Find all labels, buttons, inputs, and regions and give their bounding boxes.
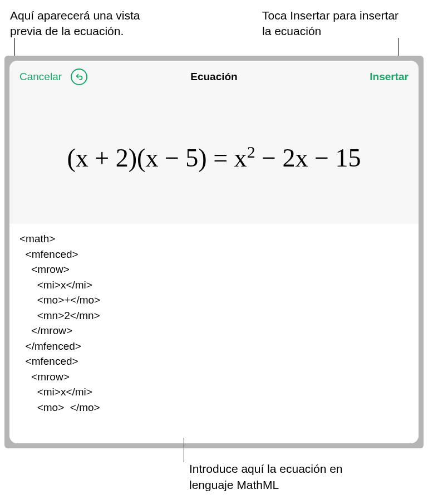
insert-button[interactable]: Insertar <box>370 71 409 83</box>
undo-icon <box>75 73 83 81</box>
callout-insert: Toca Insertar para insertar la ecuación <box>262 8 407 40</box>
callout-preview: Aquí aparecerá una vista previa de la ec… <box>10 8 166 40</box>
callout-line <box>14 38 15 58</box>
dialog-frame: Cancelar Ecuación Insertar (x + 2)(x − 5… <box>4 56 424 448</box>
dialog-header: Cancelar Ecuación Insertar <box>9 61 419 93</box>
equation-preview-area: (x + 2)(x − 5) = x2 − 2x − 15 <box>9 93 419 223</box>
callout-mathml-input: Introduce aquí la ecuación en lenguaje M… <box>189 461 367 493</box>
callout-line <box>184 438 184 462</box>
header-left-group: Cancelar <box>19 68 87 85</box>
equation-preview: (x + 2)(x − 5) = x2 − 2x − 15 <box>67 143 361 173</box>
dialog-title: Ecuación <box>190 71 237 83</box>
undo-button[interactable] <box>71 68 87 85</box>
mathml-input-area[interactable]: <math> <mfenced> <mrow> <mi>x</mi> <mo>+… <box>9 223 419 443</box>
equation-dialog: Cancelar Ecuación Insertar (x + 2)(x − 5… <box>9 61 419 443</box>
cancel-button[interactable]: Cancelar <box>19 71 62 83</box>
callout-line <box>399 38 399 58</box>
